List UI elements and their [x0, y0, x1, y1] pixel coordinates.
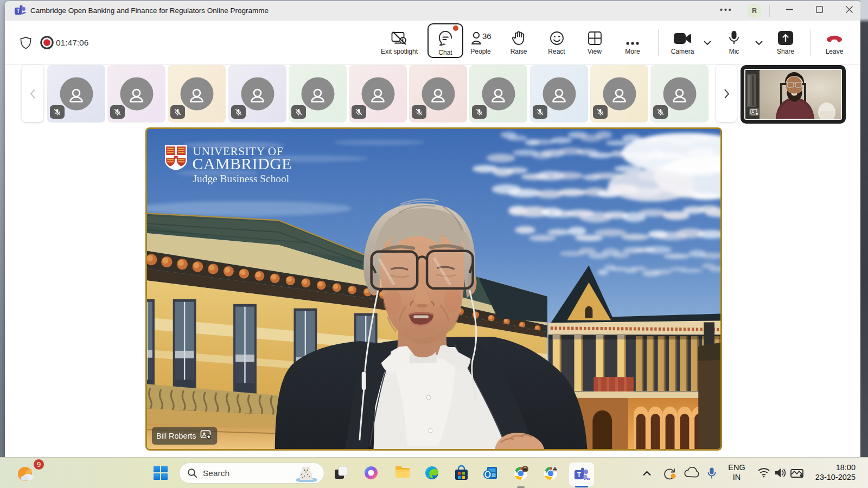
svg-text:T: T — [577, 471, 582, 479]
svg-text:T: T — [16, 8, 20, 14]
svg-text:Judge Business School: Judge Business School — [193, 173, 290, 184]
svg-text:CAMBRIDGE: CAMBRIDGE — [193, 155, 292, 172]
svg-text:uu: uu — [586, 477, 590, 480]
svg-text:36: 36 — [482, 31, 491, 41]
svg-text:Bill Roberts: Bill Roberts — [156, 432, 196, 440]
